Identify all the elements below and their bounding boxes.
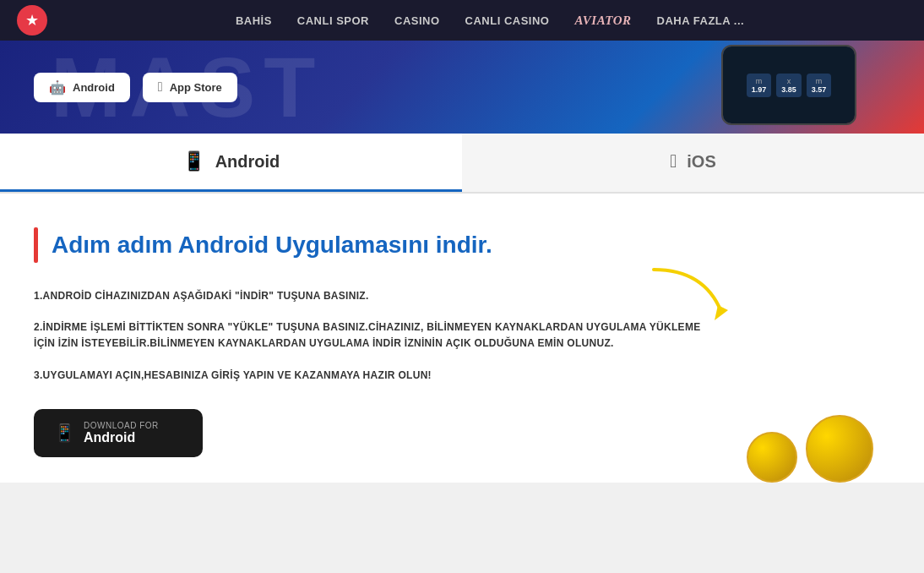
nav-item-canli-spor[interactable]: CANLI SPOR bbox=[297, 14, 369, 27]
svg-marker-0 bbox=[715, 305, 728, 320]
tabs-container: 📱 Android  iOS bbox=[0, 134, 924, 194]
nav-item-canli-casino[interactable]: CANLI CASINO bbox=[465, 14, 550, 27]
title-accent-bar bbox=[34, 227, 38, 263]
phone-cell-3: m3.57 bbox=[807, 74, 832, 97]
navbar: ★ BAHİS CANLI SPOR CASINO CANLI CASINO A… bbox=[0, 0, 924, 41]
nav-item-casino[interactable]: CASINO bbox=[394, 14, 440, 27]
phone-screen: m1.97 x3.85 m3.57 bbox=[723, 46, 855, 123]
store-buttons: 🤖 Android  App Store bbox=[34, 73, 237, 102]
appstore-btn-label: App Store bbox=[170, 81, 222, 94]
tab-ios[interactable]:  iOS bbox=[462, 134, 924, 192]
tab-ios-label: iOS bbox=[687, 152, 715, 172]
yellow-arrow-icon bbox=[637, 261, 738, 329]
steps-list: 1.ANDROİD CİHAZINIZDAN AŞAĞIDAKİ "İNDİR"… bbox=[34, 288, 709, 384]
tab-android[interactable]: 📱 Android bbox=[0, 134, 462, 192]
android-btn-label: Android bbox=[73, 81, 115, 94]
tab-android-label: Android bbox=[215, 152, 280, 172]
nav-item-aviator[interactable]: Aviator bbox=[574, 14, 631, 28]
download-android-icon: 📱 bbox=[54, 423, 75, 443]
download-btn-text: Download for Android bbox=[84, 421, 159, 445]
step-3: 3.UYGULAMAYI AÇIN,HESABINIZA GİRİŞ YAPIN… bbox=[34, 368, 709, 384]
step-1: 1.ANDROİD CİHAZINIZDAN AŞAĞIDAKİ "İNDİR"… bbox=[34, 288, 709, 304]
download-btn-title: Android bbox=[84, 430, 135, 445]
phone-cell-1: m1.97 bbox=[747, 74, 772, 97]
phone-mockup: m1.97 x3.85 m3.57 bbox=[721, 45, 856, 125]
main-content: Adım adım Android Uygulamasını indir. 1.… bbox=[0, 194, 924, 483]
coin-small bbox=[747, 432, 797, 483]
android-icon: 🤖 bbox=[49, 79, 66, 96]
hero-strip: 🤖 Android  App Store m1.97 x3.85 m3.57 bbox=[0, 41, 924, 134]
coins-area bbox=[747, 415, 873, 483]
appstore-button[interactable]:  App Store bbox=[143, 73, 237, 102]
nav-item-daha-fazla[interactable]: DAHA FAZLA ... bbox=[657, 14, 745, 27]
section-title-block: Adım adım Android Uygulamasını indir. bbox=[34, 227, 890, 263]
apple-tab-icon:  bbox=[670, 150, 677, 172]
download-btn-label: Download for bbox=[84, 421, 159, 430]
apple-icon:  bbox=[158, 79, 163, 95]
nav-items: BAHİS CANLI SPOR CASINO CANLI CASINO Avi… bbox=[73, 14, 907, 28]
logo-icon[interactable]: ★ bbox=[17, 5, 47, 35]
coin-large bbox=[806, 415, 873, 483]
step-2: 2.İNDİRME İŞLEMİ BİTTİKTEN SONRA "YÜKLE"… bbox=[34, 319, 709, 352]
download-android-button[interactable]: 📱 Download for Android bbox=[34, 409, 203, 457]
android-store-button[interactable]: 🤖 Android bbox=[34, 73, 130, 102]
nav-item-bahis[interactable]: BAHİS bbox=[236, 14, 272, 27]
android-tab-icon: 📱 bbox=[182, 150, 205, 172]
phone-cell-2: x3.85 bbox=[776, 74, 802, 97]
page-title: Adım adım Android Uygulamasını indir. bbox=[52, 232, 492, 259]
